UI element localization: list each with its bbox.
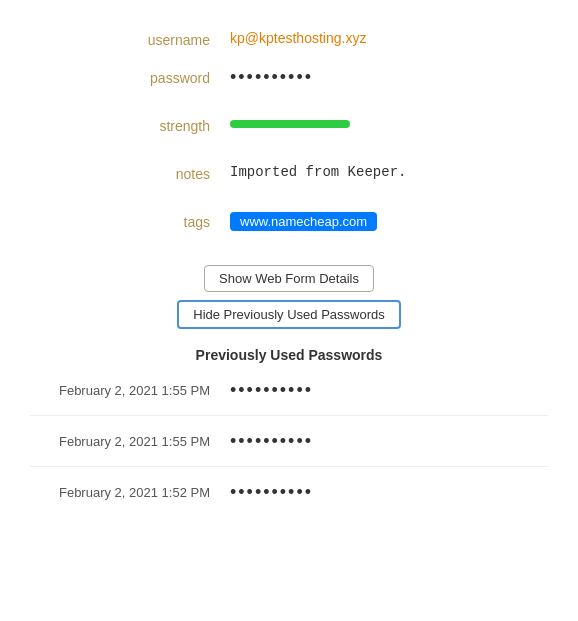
hide-passwords-row: Hide Previously Used Passwords <box>0 300 578 329</box>
username-label: username <box>30 30 230 48</box>
history-password: •••••••••• <box>230 483 313 501</box>
tags-label: tags <box>30 212 230 230</box>
tag-badge[interactable]: www.namecheap.com <box>230 212 377 231</box>
history-date: February 2, 2021 1:55 PM <box>30 434 230 449</box>
history-password: •••••••••• <box>230 432 313 450</box>
show-web-form-button[interactable]: Show Web Form Details <box>204 265 374 292</box>
history-list: February 2, 2021 1:55 PM••••••••••Februa… <box>0 369 578 513</box>
history-row: February 2, 2021 1:52 PM•••••••••• <box>0 471 578 513</box>
strength-bar-container <box>230 116 350 128</box>
password-value: •••••••••• <box>230 68 313 86</box>
strength-row: strength <box>0 106 578 144</box>
strength-label: strength <box>30 116 230 134</box>
strength-bar <box>230 120 350 128</box>
show-web-form-row: Show Web Form Details <box>0 265 578 292</box>
history-password: •••••••••• <box>230 381 313 399</box>
username-value: kp@kptesthosting.xyz <box>230 30 366 46</box>
hide-passwords-button[interactable]: Hide Previously Used Passwords <box>177 300 400 329</box>
notes-label: notes <box>30 164 230 182</box>
tags-row: tags www.namecheap.com <box>0 202 578 241</box>
password-label: password <box>30 68 230 86</box>
history-date: February 2, 2021 1:55 PM <box>30 383 230 398</box>
history-date: February 2, 2021 1:52 PM <box>30 485 230 500</box>
notes-value: Imported from Keeper. <box>230 164 406 180</box>
history-row: February 2, 2021 1:55 PM•••••••••• <box>0 420 578 462</box>
history-row: February 2, 2021 1:55 PM•••••••••• <box>0 369 578 411</box>
notes-row: notes Imported from Keeper. <box>0 154 578 192</box>
password-row: password •••••••••• <box>0 58 578 96</box>
history-title: Previously Used Passwords <box>196 347 383 363</box>
history-header: Previously Used Passwords <box>0 337 578 369</box>
username-row: username kp@kptesthosting.xyz <box>0 20 578 58</box>
